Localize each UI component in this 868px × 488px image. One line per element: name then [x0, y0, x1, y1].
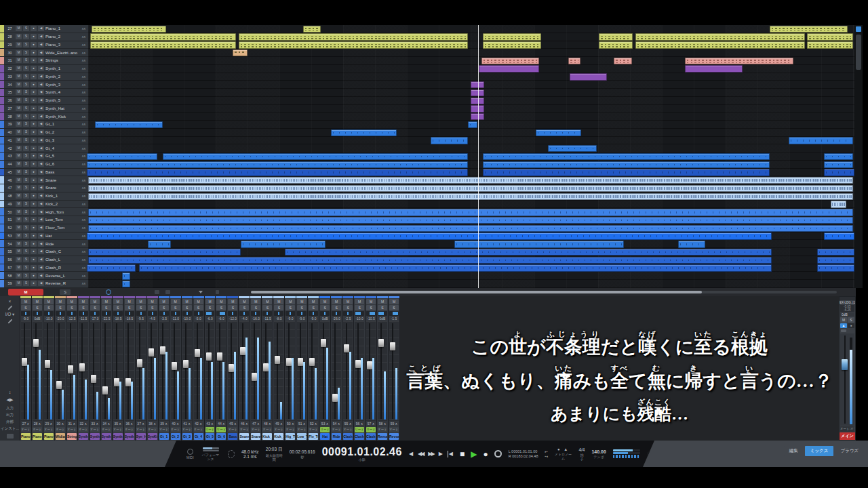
fader-handle[interactable]: [149, 348, 154, 357]
channel-solo-button[interactable]: S: [102, 305, 111, 310]
expand-horizontal-icon[interactable]: ◀▶: [7, 397, 14, 403]
fader-handle[interactable]: [390, 342, 395, 350]
track-monitor-icon[interactable]: ◀: [38, 89, 44, 95]
pan-control[interactable]: [148, 311, 157, 316]
track-monitor-icon[interactable]: ◀: [38, 209, 44, 215]
channel-strip[interactable]: MS-17.033 ∧オート:オSynth_: [90, 296, 101, 441]
channel-mute-button[interactable]: M: [205, 299, 215, 304]
channel-solo-button[interactable]: S: [90, 305, 100, 310]
track-row[interactable]: 54MS●◀Ride∧∧: [0, 240, 88, 248]
automation-icon[interactable]: ∧∧: [79, 202, 88, 206]
track-name[interactable]: Snare: [45, 186, 79, 190]
track-name[interactable]: Piano_3: [45, 43, 79, 47]
track-name[interactable]: Reverse_R: [45, 281, 79, 285]
channel-name-label[interactable]: Gt_2: [171, 433, 180, 440]
track-mute-button[interactable]: M: [16, 121, 22, 127]
track-solo-button[interactable]: S: [23, 225, 29, 230]
track-row[interactable]: 41MS●◀Gt_3∧∧: [0, 137, 88, 145]
channel-solo-button[interactable]: S: [67, 305, 77, 310]
automation-icon[interactable]: ∧∧: [79, 138, 88, 142]
track-solo-button[interactable]: S: [23, 209, 29, 215]
automation-mode-button[interactable]: オート:オ: [182, 427, 192, 432]
pan-control[interactable]: [205, 311, 215, 316]
audio-clip[interactable]: [139, 264, 772, 271]
channel-solo-button[interactable]: S: [33, 305, 42, 310]
channel-name-label[interactable]: Synth_: [102, 433, 111, 440]
pan-control[interactable]: [274, 311, 283, 316]
channel-mute-button[interactable]: M: [33, 299, 42, 304]
track-row[interactable]: 31MS●◀Strings∧∧: [0, 57, 88, 65]
channel-name-label[interactable]: Ride: [332, 433, 341, 440]
pan-control[interactable]: [102, 311, 111, 316]
audio-clip[interactable]: [88, 209, 853, 216]
audio-clip[interactable]: [831, 201, 846, 207]
automation-mode-button[interactable]: オート:オ: [67, 427, 77, 432]
view-button-ミックス[interactable]: ミックス: [805, 446, 834, 456]
channel-solo-button[interactable]: S: [274, 305, 283, 310]
track-row[interactable]: 50MS●◀High_Tom∧∧: [0, 208, 88, 216]
pan-control[interactable]: [389, 311, 399, 316]
audio-clip[interactable]: [824, 153, 853, 160]
track-row[interactable]: 43MS●◀Gt_5∧∧: [0, 152, 88, 161]
audio-clip[interactable]: [635, 41, 805, 48]
audio-clip[interactable]: [88, 249, 241, 256]
audio-clip[interactable]: [548, 145, 597, 152]
channel-mute-button[interactable]: M: [79, 299, 88, 304]
channel-solo-button[interactable]: S: [378, 305, 387, 310]
track-name[interactable]: Synth_3: [45, 83, 79, 87]
track-monitor-icon[interactable]: ◀: [38, 201, 44, 207]
master-insert-label[interactable]: EX-LDG..|1+2: [840, 300, 855, 305]
channel-solo-button[interactable]: S: [79, 305, 88, 310]
fader-handle[interactable]: [172, 362, 177, 370]
audio-clip[interactable]: [817, 264, 854, 271]
step-back-button[interactable]: ◀: [409, 451, 413, 458]
track-name[interactable]: Gt_2: [45, 130, 79, 134]
audio-clip[interactable]: [92, 26, 166, 33]
track-record-icon[interactable]: ●: [31, 138, 37, 143]
channel-name-label[interactable]: SynKic: [148, 433, 157, 440]
track-name[interactable]: Low_Tom: [45, 218, 79, 222]
channel-mute-button[interactable]: M: [148, 299, 157, 304]
track-record-icon[interactable]: ●: [31, 281, 37, 286]
scrollbar-thumb[interactable]: [856, 35, 861, 70]
pan-control[interactable]: [366, 311, 376, 316]
channel-solo-button[interactable]: S: [239, 305, 249, 310]
channel-name-label[interactable]: Bass: [228, 433, 237, 440]
track-mute-button[interactable]: M: [16, 178, 22, 183]
fader-handle[interactable]: [275, 356, 280, 364]
performance-meter[interactable]: パフォーマンス: [201, 447, 221, 461]
track-row[interactable]: 28MS●◀Piano_2∧∧: [0, 33, 88, 41]
channel-name-label[interactable]: Snare: [239, 433, 249, 440]
track-solo-button[interactable]: S: [23, 129, 29, 135]
track-record-icon[interactable]: ●: [31, 42, 37, 47]
channel-name-label[interactable]: Kick_1: [262, 433, 272, 440]
audio-clip[interactable]: [122, 272, 130, 279]
main-solo-button[interactable]: S: [60, 289, 71, 295]
channel-name-label[interactable]: Revse_: [389, 433, 399, 440]
track-name[interactable]: Bass: [45, 170, 79, 174]
automation-icon[interactable]: ∧∧: [79, 242, 88, 246]
track-monitor-icon[interactable]: ◀: [38, 249, 44, 254]
track-solo-button[interactable]: S: [23, 34, 29, 39]
view-button-編集[interactable]: 編集: [784, 446, 804, 456]
track-record-icon[interactable]: ●: [31, 185, 37, 190]
channel-name-label[interactable]: Gt_3: [182, 433, 192, 440]
audio-clip[interactable]: [87, 264, 136, 271]
track-record-icon[interactable]: ●: [31, 161, 37, 167]
audio-clip[interactable]: [471, 89, 484, 96]
fader-handle[interactable]: [367, 361, 372, 369]
pan-control[interactable]: [378, 311, 387, 316]
track-row[interactable]: 56MS●◀Clash_L∧∧: [0, 256, 88, 264]
channel-name-label[interactable]: Hat: [320, 433, 330, 440]
track-name[interactable]: Clash_L: [45, 258, 79, 262]
fader-handle[interactable]: [137, 359, 142, 367]
track-monitor-icon[interactable]: ◀: [38, 265, 44, 270]
channel-solo-button[interactable]: S: [309, 305, 318, 310]
channel-solo-button[interactable]: S: [148, 305, 157, 310]
audio-clip[interactable]: [599, 41, 633, 48]
track-record-icon[interactable]: ●: [31, 58, 37, 63]
channel-name-label[interactable]: Synth_: [113, 433, 123, 440]
channel-solo-button[interactable]: S: [171, 305, 180, 310]
track-row[interactable]: 48MS●◀Kick_1∧∧: [0, 192, 88, 201]
track-monitor-icon[interactable]: ◀: [38, 217, 44, 222]
